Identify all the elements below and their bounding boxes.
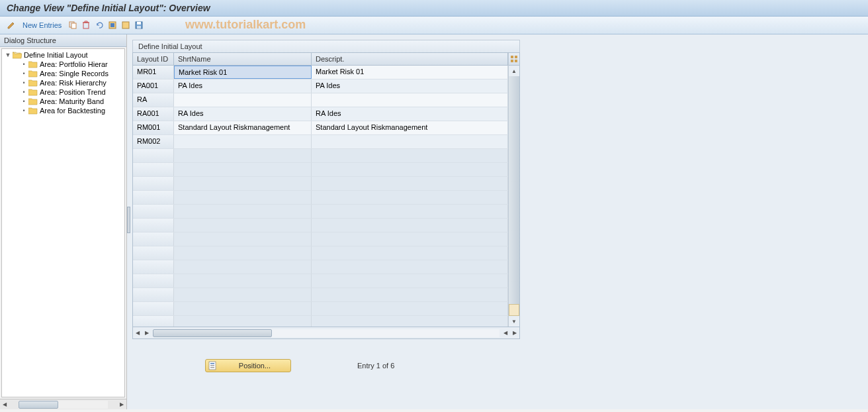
svg-rect-16 <box>210 367 214 368</box>
tree-child-node[interactable]: • Area: Portfolio Hierar <box>2 60 124 69</box>
cell-descript[interactable]: PA Ides <box>312 79 508 93</box>
toggle-edit-icon[interactable] <box>5 19 17 31</box>
table-row-empty[interactable] <box>133 177 508 191</box>
table-config-icon[interactable] <box>509 53 519 66</box>
table-vscrollbar[interactable]: ▲ ▼ <box>508 53 519 327</box>
watermark: www.tutorialkart.com <box>185 18 306 32</box>
tree-child-node[interactable]: • Area: Position Trend <box>2 87 124 97</box>
cell-descript[interactable] <box>312 135 508 148</box>
cell-layout-id[interactable]: MR01 <box>133 66 174 79</box>
table-row-empty[interactable] <box>133 191 508 205</box>
tree-child-node[interactable]: • Area: Maturity Band <box>2 97 124 106</box>
cell-short-name[interactable]: Standard Layout Riskmanagement <box>174 121 312 134</box>
table-row[interactable]: RA <box>133 93 508 107</box>
scroll-thumb[interactable] <box>153 329 272 337</box>
tree-root-node[interactable]: ▼ Define Initial Layout <box>2 50 124 60</box>
folder-icon <box>28 97 38 105</box>
cell-layout-id[interactable]: RA001 <box>133 107 174 121</box>
delete-icon[interactable] <box>80 19 92 31</box>
deselect-all-icon[interactable] <box>120 19 132 31</box>
table-row-empty[interactable] <box>133 260 508 274</box>
table-row-empty[interactable] <box>133 288 508 302</box>
table-row-empty[interactable] <box>133 205 508 219</box>
cell-descript[interactable] <box>312 93 508 107</box>
folder-icon <box>28 88 38 96</box>
table-row-empty[interactable] <box>133 149 508 163</box>
table-row-empty[interactable] <box>133 219 508 232</box>
cell-descript[interactable]: Standard Layout Riskmanagement <box>312 121 508 134</box>
table-row-empty[interactable] <box>133 316 508 327</box>
cell-short-name[interactable]: PA Ides <box>174 79 312 93</box>
scroll-track[interactable] <box>509 76 519 304</box>
position-button[interactable]: Position... <box>205 359 291 372</box>
cell-layout-id[interactable]: RM002 <box>133 135 174 148</box>
new-entries-button[interactable]: New Entries <box>19 21 65 29</box>
save-icon[interactable] <box>133 19 145 31</box>
scroll-right-icon[interactable]: ▶ <box>510 329 519 338</box>
scroll-right-icon[interactable]: ▶ <box>142 329 152 338</box>
table-row-empty[interactable] <box>133 163 508 177</box>
col-descript[interactable]: Descript. <box>312 53 508 65</box>
table-row[interactable]: MR01 Market Risk 01 Market Risk 01 <box>133 66 508 79</box>
cell-layout-id[interactable]: PA001 <box>133 79 174 93</box>
tree-bullet-icon: • <box>21 107 27 114</box>
svg-rect-9 <box>511 56 513 58</box>
table-main: Layout ID ShrtName Descript. MR01 Market… <box>133 53 508 327</box>
table-row[interactable]: RA001 RA Ides RA Ides <box>133 107 508 121</box>
sidebar-hscrollbar[interactable]: ◀ ▶ <box>0 399 126 409</box>
tree: ▼ Define Initial Layout • Area: Portfoli… <box>1 48 125 397</box>
content-area: Define Initial Layout Layout ID ShrtName… <box>127 34 868 409</box>
scroll-track[interactable] <box>153 329 499 337</box>
col-layout-id[interactable]: Layout ID <box>133 53 174 65</box>
scroll-marker[interactable] <box>509 304 519 316</box>
cell-layout-id[interactable]: RA <box>133 93 174 107</box>
undo-icon[interactable] <box>93 19 105 31</box>
scroll-thumb[interactable] <box>19 401 58 409</box>
scroll-right-icon[interactable]: ▶ <box>117 400 126 409</box>
cell-short-name[interactable] <box>174 93 312 107</box>
svg-rect-7 <box>137 22 141 25</box>
main-container: Dialog Structure ▼ Define Initial Layout… <box>0 34 868 409</box>
cell-layout-id[interactable]: RM001 <box>133 121 174 134</box>
split-handle[interactable] <box>127 207 130 233</box>
tree-collapse-icon[interactable]: ▼ <box>5 52 11 58</box>
scroll-left-icon[interactable]: ◀ <box>0 400 9 409</box>
scroll-up-icon[interactable]: ▲ <box>509 66 519 76</box>
table-row[interactable]: RM002 <box>133 135 508 149</box>
table-hscrollbar[interactable]: ◀ ▶ ◀ ▶ <box>132 327 520 339</box>
table-row[interactable]: RM001 Standard Layout Riskmanagement Sta… <box>133 121 508 135</box>
scroll-track[interactable] <box>19 401 108 409</box>
tree-child-node[interactable]: • Area: Risk Hierarchy <box>2 78 124 87</box>
tree-bullet-icon: • <box>21 61 27 68</box>
folder-icon <box>28 107 38 115</box>
tree-child-node[interactable]: • Area: Single Records <box>2 69 124 78</box>
svg-rect-10 <box>515 56 517 58</box>
tree-child-node[interactable]: • Area for Backtesting <box>2 106 124 115</box>
table-row-empty[interactable] <box>133 274 508 288</box>
cell-short-name[interactable]: RA Ides <box>174 107 312 121</box>
copy-icon[interactable] <box>67 19 79 31</box>
cell-descript[interactable]: Market Risk 01 <box>312 66 508 79</box>
cell-short-name[interactable]: Market Risk 01 <box>174 66 312 79</box>
table-row[interactable]: PA001 PA Ides PA Ides <box>133 79 508 93</box>
table-row-empty[interactable] <box>133 302 508 316</box>
svg-rect-15 <box>210 365 214 366</box>
cell-descript[interactable]: RA Ides <box>312 107 508 121</box>
entry-count: Entry 1 of 6 <box>357 362 394 370</box>
scroll-left-icon[interactable]: ◀ <box>133 329 142 338</box>
scroll-left-icon[interactable]: ◀ <box>501 329 510 338</box>
panel-title: Define Initial Layout <box>132 40 520 52</box>
folder-open-icon <box>13 51 22 59</box>
tree-child-label: Area for Backtesting <box>40 107 105 115</box>
select-all-icon[interactable] <box>107 19 118 31</box>
tree-child-label: Area: Single Records <box>40 70 108 77</box>
tree-child-label: Area: Portfolio Hierar <box>40 60 108 68</box>
table-row-empty[interactable] <box>133 232 508 246</box>
svg-rect-8 <box>137 26 141 28</box>
cell-short-name[interactable] <box>174 135 312 148</box>
table-row-empty[interactable] <box>133 246 508 260</box>
col-short-name[interactable]: ShrtName <box>174 53 312 65</box>
scroll-down-icon[interactable]: ▼ <box>509 316 519 327</box>
panel: Define Initial Layout Layout ID ShrtName… <box>132 40 520 339</box>
scroll-thumb[interactable] <box>509 76 519 304</box>
